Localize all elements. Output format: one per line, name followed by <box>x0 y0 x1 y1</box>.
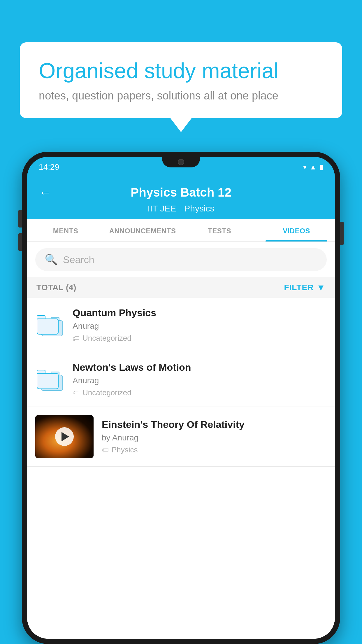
item-title: Newton's Laws of Motion <box>73 362 327 373</box>
app-header-top: ← Physics Batch 12 <box>39 186 323 200</box>
search-bar[interactable]: 🔍 Search <box>35 248 327 271</box>
phone-outer: 14:29 ▾ ▲ ▮ ← Physics Batch 12 IIT JEE P… <box>22 152 340 644</box>
tag-icon: 🏷 <box>73 334 80 342</box>
item-content-einstein: Einstein's Theory Of Relativity by Anura… <box>102 419 327 454</box>
power-button <box>340 222 344 245</box>
folder-icon-quantum <box>35 314 64 336</box>
list-container: Quantum Physics Anurag 🏷 Uncategorized <box>27 298 335 639</box>
video-thumbnail <box>35 415 94 458</box>
filter-icon: ▼ <box>317 283 326 293</box>
tab-tests[interactable]: TESTS <box>181 219 258 242</box>
volume-up-button <box>18 210 22 228</box>
item-author: Anurag <box>73 376 327 385</box>
folder-icon-newton <box>35 368 64 391</box>
item-tag: 🏷 Uncategorized <box>73 334 327 343</box>
play-triangle-icon <box>61 432 69 441</box>
total-count: TOTAL (4) <box>36 283 76 292</box>
list-item[interactable]: Newton's Laws of Motion Anurag 🏷 Uncateg… <box>27 352 335 407</box>
tab-videos[interactable]: VIDEOS <box>258 219 335 242</box>
list-item[interactable]: Quantum Physics Anurag 🏷 Uncategorized <box>27 298 335 352</box>
speech-bubble-heading: Organised study material <box>39 58 323 83</box>
tab-ments[interactable]: MENTS <box>27 219 104 242</box>
item-author: Anurag <box>73 321 327 331</box>
tag-icon: 🏷 <box>102 446 109 454</box>
subtitle-iitjee: IIT JEE <box>147 204 176 214</box>
filter-bar: TOTAL (4) FILTER ▼ <box>27 277 335 298</box>
header-title: Physics Batch 12 <box>131 186 231 200</box>
search-container: 🔍 Search <box>27 242 335 277</box>
speech-bubble-subtext: notes, question papers, solutions all at… <box>39 90 323 102</box>
header-subtitle: IIT JEE Physics <box>147 204 214 214</box>
tab-announcements[interactable]: ANNOUNCEMENTS <box>104 219 181 242</box>
item-content-quantum: Quantum Physics Anurag 🏷 Uncategorized <box>73 307 327 343</box>
tag-label: Uncategorized <box>82 334 131 343</box>
tag-icon: 🏷 <box>73 389 80 397</box>
tabs-container: MENTS ANNOUNCEMENTS TESTS VIDEOS <box>27 219 335 242</box>
list-item-video[interactable]: Einstein's Theory Of Relativity by Anura… <box>27 407 335 467</box>
speech-bubble: Organised study material notes, question… <box>20 42 342 118</box>
item-title: Quantum Physics <box>73 307 327 318</box>
volume-down-button <box>18 233 22 251</box>
phone-screen: ← Physics Batch 12 IIT JEE Physics MENTS… <box>27 177 335 639</box>
item-content-newton: Newton's Laws of Motion Anurag 🏷 Uncateg… <box>73 362 327 397</box>
signal-icon: ▲ <box>310 163 317 171</box>
play-button[interactable] <box>55 427 74 446</box>
item-tag: 🏷 Physics <box>102 445 327 454</box>
search-icon: 🔍 <box>45 253 58 266</box>
tag-label: Uncategorized <box>82 388 131 397</box>
item-tag: 🏷 Uncategorized <box>73 388 327 397</box>
back-button[interactable]: ← <box>39 185 52 200</box>
battery-icon: ▮ <box>319 163 323 171</box>
status-bar: 14:29 ▾ ▲ ▮ <box>27 157 335 177</box>
status-icons: ▾ ▲ ▮ <box>303 163 323 171</box>
tag-label: Physics <box>112 445 138 454</box>
subtitle-physics: Physics <box>184 204 214 214</box>
status-time: 14:29 <box>39 162 59 172</box>
camera-lens <box>178 159 184 165</box>
item-author: by Anurag <box>102 433 327 442</box>
wifi-icon: ▾ <box>303 163 307 171</box>
phone-mockup: 14:29 ▾ ▲ ▮ ← Physics Batch 12 IIT JEE P… <box>22 152 340 644</box>
filter-label: FILTER <box>284 283 314 292</box>
item-title: Einstein's Theory Of Relativity <box>102 419 327 430</box>
app-header: ← Physics Batch 12 IIT JEE Physics <box>27 177 335 219</box>
phone-notch <box>162 157 200 167</box>
search-placeholder: Search <box>63 254 94 265</box>
speech-bubble-container: Organised study material notes, question… <box>20 42 342 118</box>
filter-button[interactable]: FILTER ▼ <box>284 283 326 293</box>
